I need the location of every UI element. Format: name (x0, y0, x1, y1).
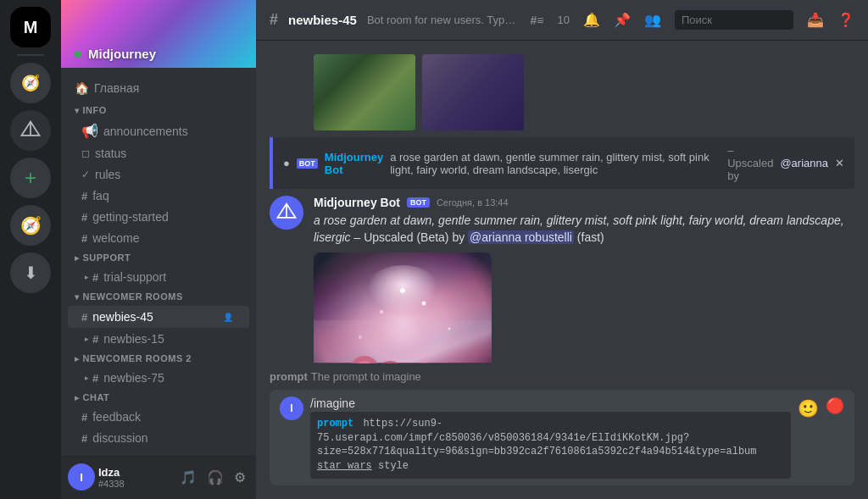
channel-newbies-15[interactable]: ▸ # newbies-15 (68, 329, 249, 349)
compact-message-icon: ● (283, 157, 290, 169)
deafen-icon[interactable]: 🎧 (203, 468, 227, 487)
category-info-label: INFO (83, 105, 107, 115)
expand-arrow-newbies75: ▸ (85, 374, 89, 382)
svg-point-13 (400, 288, 405, 293)
newbies75-hash-icon: # (92, 372, 98, 385)
explore-icon: 🧭 (20, 215, 42, 236)
message-suffix: (fast) (577, 230, 604, 244)
rules-icon: ✓ (81, 169, 90, 180)
server-icon-download[interactable]: ⬇ (10, 252, 51, 293)
message-image[interactable] (314, 252, 492, 363)
home-icon: 🏠 (75, 81, 89, 95)
input-container: I /imagine prompt https://sun9-75.userap… (270, 390, 854, 485)
channel-name-newbies-75: newbies-75 (103, 371, 236, 385)
sidebar-home-link[interactable]: 🏠 Главная (61, 75, 256, 102)
help-icon[interactable]: ❓ (837, 12, 854, 28)
notification-icon[interactable]: 🔔 (583, 12, 600, 28)
channel-rules[interactable]: ✓ rules (68, 164, 249, 185)
inbox-icon[interactable]: 📥 (807, 12, 824, 28)
channel-sidebar: Midjourney 🏠 Главная ▾ INFO 📢 announceme… (61, 0, 256, 499)
expand-arrow-trial: ▸ (85, 273, 89, 281)
prompt-field-value: https://sun9-75.userapi.com/impf/c850036… (317, 418, 756, 458)
trial-hash-icon: # (92, 271, 98, 284)
channel-feedback[interactable]: # feedback (68, 407, 249, 427)
newbies45-hash-icon: # (81, 311, 87, 324)
channel-trial-support[interactable]: ▸ # trial-support (68, 267, 249, 287)
image-thumbnails (270, 54, 854, 130)
getting-started-hash-icon: # (81, 211, 87, 224)
rose-garden-image (314, 252, 492, 363)
home-label: Главная (94, 81, 139, 95)
settings-icon[interactable]: ⚙ (231, 468, 249, 487)
compact-action: – Upscaled by (727, 144, 773, 182)
category-chat[interactable]: ▸ CHAT (61, 389, 256, 406)
server-header[interactable]: Midjourney (61, 0, 256, 68)
emoji-picker-button[interactable]: 🙂 (798, 396, 819, 419)
thread-icon[interactable]: #≡ (531, 14, 544, 27)
compact-dismiss-icon[interactable]: ✕ (835, 157, 844, 169)
channel-name-discussion: discussion (92, 431, 236, 445)
category-newcomer-label: NEWCOMER ROOMS (83, 291, 183, 302)
collapse-arrow-info: ▾ (75, 106, 80, 115)
compact-message-text: a rose garden at dawn, gentle summer rai… (390, 151, 721, 176)
thumbnail-1 (314, 54, 415, 130)
welcome-hash-icon: # (81, 232, 87, 245)
prompt-style-text: style (372, 460, 409, 472)
category-info[interactable]: ▾ INFO (61, 102, 256, 119)
server-name-overlay: Midjourney (75, 47, 156, 61)
category-newcomer-rooms[interactable]: ▾ NEWCOMER ROOMS (61, 288, 256, 305)
bot-avatar-icon (275, 201, 298, 225)
member-count-value: 10 (558, 14, 570, 26)
server-icon-boat[interactable] (10, 110, 51, 151)
category-newcomer2-label: NEWCOMER ROOMS 2 (83, 353, 192, 363)
separator (17, 54, 44, 56)
collapse-arrow-newcomer: ▾ (75, 292, 80, 302)
channel-announcements[interactable]: 📢 announcements (68, 119, 249, 142)
discussion-hash-icon: # (81, 432, 87, 445)
input-text-area: /imagine prompt https://sun9-75.userapi.… (310, 396, 791, 479)
search-input[interactable] (675, 10, 793, 30)
message-mention[interactable]: @arianna robustelli (468, 230, 574, 244)
pin-icon[interactable]: 📌 (614, 12, 631, 28)
server-icon-add[interactable]: + (10, 158, 51, 198)
channel-discussion[interactable]: # discussion (68, 428, 249, 448)
channel-name-status: status (95, 147, 236, 160)
announce-icon: 📢 (81, 123, 98, 139)
message-compact: ● BOT Midjourney Bot a rose garden at da… (270, 137, 854, 189)
category-newcomer-rooms-2[interactable]: ▸ NEWCOMER ROOMS 2 (61, 350, 256, 367)
channel-faq[interactable]: # faq (68, 186, 249, 206)
rose-overlay-svg (314, 252, 492, 363)
channel-header-description: Bot room for new users. Type /imagine th… (367, 14, 520, 26)
channel-welcome[interactable]: # welcome (68, 228, 249, 248)
category-support[interactable]: ▸ SUPPORT (61, 249, 256, 266)
svg-point-14 (380, 310, 383, 313)
mute-icon[interactable]: 🎵 (176, 468, 200, 487)
channel-getting-started[interactable]: # getting-started (68, 207, 249, 227)
prompt-input-box: prompt https://sun9-75.userapi.com/impf/… (310, 412, 791, 479)
midjourney-server-icon[interactable]: M (10, 7, 51, 47)
channel-status[interactable]: ◻ status (68, 143, 249, 164)
server-icon-explore[interactable]: 🧭 (10, 205, 51, 246)
channel-newbies-75[interactable]: ▸ # newbies-75 (68, 368, 249, 388)
bot-avatar (270, 196, 303, 230)
prompt-label: prompt (270, 370, 308, 383)
online-indicator (75, 51, 81, 58)
warning-icon[interactable]: 🔴 (826, 396, 844, 415)
collapse-arrow-newcomer2: ▸ (75, 354, 80, 363)
user-panel: I Idza #4338 🎵 🎧 ⚙ (61, 455, 256, 499)
thumbnail-2 (422, 54, 524, 130)
server-icon-compass[interactable]: 🧭 (10, 63, 51, 103)
compact-bot-badge: BOT (297, 158, 318, 169)
header-actions: #≡ 10 🔔 📌 👥 📥 ❓ (531, 10, 854, 30)
channel-name-rules: rules (95, 168, 236, 181)
members-icon[interactable]: 👥 (644, 12, 661, 28)
input-avatar: I (280, 396, 303, 420)
collapse-arrow-support: ▸ (75, 253, 80, 263)
server-title: Midjourney (88, 47, 156, 61)
channel-name-trial-support: trial-support (103, 270, 236, 284)
channel-desc-text: Bot room for new users. Type /imagine th… (367, 14, 520, 26)
channel-newbies-45[interactable]: # newbies-45 👤 (68, 306, 249, 328)
username: Idza (98, 466, 173, 479)
member-count: 10 (558, 14, 570, 26)
prompt-starwars-text: star wars (317, 460, 372, 472)
